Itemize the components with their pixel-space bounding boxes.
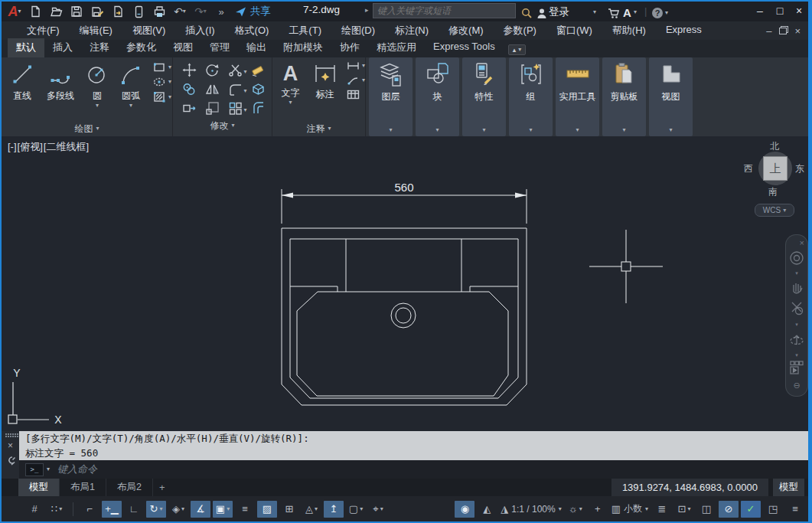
status-lineweight[interactable]: ≡ [235,501,255,518]
array-button[interactable]: ▾ [228,101,243,116]
orbit-icon[interactable] [789,330,804,351]
fillet-button[interactable]: ▾ [228,82,243,96]
navbar-close-icon[interactable]: × [800,238,804,248]
circle-button[interactable]: 圆 ▾ [83,57,112,121]
command-input-placeholder[interactable]: 键入命令 [57,463,97,476]
viewport-visual-style-control[interactable]: [二维线框] [44,141,89,152]
status-polar-tracking[interactable]: ↻▾ [146,501,166,518]
autodesk-app-button[interactable]: A▾ [623,4,637,21]
status-customization[interactable]: ≡ [785,501,805,518]
status-clean-screen[interactable]: ◳ [763,501,783,518]
modify-panel-title[interactable]: 修改▾ [173,118,272,133]
ribbon-tab-4[interactable]: 视图 [165,38,201,57]
search-box[interactable] [373,3,516,18]
menu-item-7[interactable]: 标注(N) [385,24,439,38]
command-input-row[interactable]: >_ ▾ 键入命令 [19,460,808,479]
group-panel-button[interactable]: 组 ▾ [509,57,553,136]
window-minimize-button[interactable]: – [752,5,768,17]
chevron-down-icon[interactable]: ▾ [47,466,50,472]
chevron-down-icon[interactable]: ▾ [482,127,485,133]
sink-inner-outline[interactable] [290,239,518,398]
export-button[interactable] [111,3,125,20]
status-gizmo[interactable]: ⌖▾ [368,501,388,518]
search-expand-arrow[interactable]: ▸ [365,6,369,14]
status-snap-mode[interactable]: ∷▾ [47,501,67,518]
viewport-menu-control[interactable]: [-] [8,141,17,152]
right-dish-edge[interactable] [470,286,518,292]
status-isometric-drafting[interactable]: ◈▾ [168,501,188,518]
menu-item-2[interactable]: 视图(V) [122,24,175,38]
status-annotation-scale[interactable]: ◮1:1 / 100%▾ [499,501,563,518]
print-button[interactable] [152,3,166,20]
annotate-panel-title[interactable]: 注释▾ [272,121,365,136]
navigation-wheel-icon[interactable] [789,250,804,269]
menu-item-12[interactable]: Express [656,24,712,38]
status-hardware-acceleration[interactable]: ✓ [741,501,761,518]
view-panel-button[interactable]: 视图 ▾ [649,57,693,136]
status-graphics-config[interactable]: ◫ [696,501,716,518]
command-chip-icon[interactable]: >_ [25,463,44,476]
left-dish-edge[interactable] [290,286,338,292]
status-units[interactable]: ▥小数▾ [610,501,650,518]
menu-item-6[interactable]: 绘图(D) [331,24,385,38]
menu-item-9[interactable]: 参数(P) [494,24,546,38]
search-input[interactable] [373,5,515,16]
ribbon-tab-1[interactable]: 插入 [44,38,81,57]
login-caret-icon[interactable]: ▾ [593,9,596,15]
chevron-down-icon[interactable]: ▾ [795,270,798,276]
help-button[interactable]: ?▾ [652,5,668,21]
viewcube-east-label[interactable]: 东 [795,162,804,175]
sink-drawing[interactable] [282,228,527,405]
rotate-button[interactable] [205,63,220,77]
utilities-panel-button[interactable]: 实用工具 ▾ [556,57,599,136]
status-infer-constraints[interactable]: ⌐ [80,501,99,518]
status-quick-properties[interactable]: ≣ [652,501,672,518]
ribbon-tab-3[interactable]: 参数化 [118,38,165,57]
window-close-button[interactable]: × [791,5,807,17]
status-lock-ui[interactable]: ⊡▾ [674,501,694,518]
erase-button[interactable] [250,63,266,77]
ribbon-tab-0[interactable]: 默认 [8,38,44,57]
mirror-button[interactable] [205,82,220,96]
status-annotation-visibility[interactable]: ◉ [455,501,474,518]
model-space-button[interactable]: 模型 [773,479,804,496]
search-icon[interactable] [520,5,533,21]
trim-button[interactable]: ▾ [228,63,243,77]
sink-outer-outline[interactable] [282,228,527,405]
login-button[interactable]: 登录 [549,5,569,19]
polyline-button[interactable]: 多段线 [40,57,81,121]
arc-button[interactable]: 圆弧 ▾ [113,57,148,121]
window-maximize-button[interactable]: □ [771,5,788,17]
menu-item-10[interactable]: 窗口(W) [546,24,602,38]
move-button[interactable] [182,63,197,77]
text-button[interactable]: A 文字 ▾ [276,57,305,121]
ribbon-collapse-button[interactable]: ▴▾ [508,44,527,55]
layout-tab-1[interactable]: 布局1 [60,479,106,496]
scale-button[interactable] [205,101,220,116]
zoom-extents-icon[interactable] [789,299,804,320]
viewcube-south-label[interactable]: 南 [768,185,778,198]
chevron-down-icon[interactable]: ▾ [529,127,532,133]
menu-item-4[interactable]: 格式(O) [225,24,279,38]
wcs-button[interactable]: WCS▾ [755,204,794,217]
save-as-button[interactable] [90,3,104,20]
ribbon-tab-2[interactable]: 注释 [81,38,118,57]
status-object-snap-tracking[interactable]: ∡ [191,501,210,518]
chevron-down-icon[interactable]: ▾ [622,127,625,133]
hatch-button[interactable]: ▾ [153,91,171,103]
ellipse-button[interactable]: ▾ [153,77,171,87]
menu-item-8[interactable]: 修改(M) [439,24,494,38]
coordinates-display[interactable]: 1391.9274, 1484.6983, 0.0000 [611,479,768,496]
new-file-button[interactable] [28,3,42,20]
chevron-down-icon[interactable]: ▾ [389,127,392,133]
store-cart-icon[interactable] [607,5,621,21]
command-drag-grip[interactable] [5,433,16,437]
status-object-snap[interactable]: ▣▾ [213,501,233,518]
dimension-button[interactable]: 标注 [308,57,342,121]
status-annotation-autoscale[interactable]: ◭ [477,501,497,518]
deck-dividers[interactable] [346,239,461,292]
menu-item-3[interactable]: 插入(I) [175,24,224,38]
chevron-down-icon[interactable]: ▾ [795,352,798,358]
menu-item-11[interactable]: 帮助(H) [602,24,656,38]
doc-minimize-button[interactable]: – [766,25,771,37]
